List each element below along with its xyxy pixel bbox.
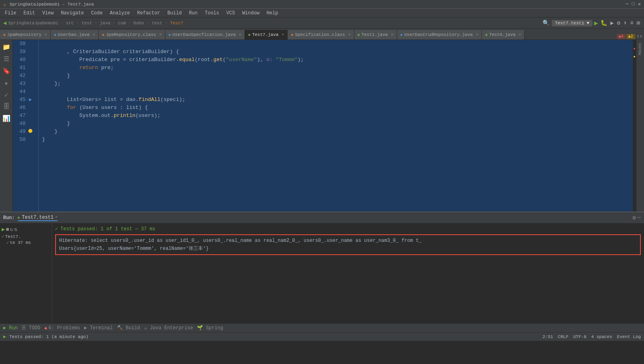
run-config-label: Test7.test1 ▼ [552,20,592,26]
bottom-toolbar: ▶ Run ☰ TODO ▲ 6: Problems ▶ Terminal 🔨 … [0,323,644,332]
tab-close-test6[interactable]: × [519,33,521,37]
menu-navigate[interactable]: Navigate [58,10,87,17]
output-box: Hibernate: select users0_.user_id as use… [55,234,641,255]
error-marker-1 [634,48,635,49]
bc-java: java [100,21,110,26]
tab-close-test7[interactable]: × [282,33,284,37]
expand-icon[interactable]: ⬆ [637,34,640,40]
event-log-btn[interactable]: Event Log [617,334,641,339]
run-label: Run: [3,215,15,221]
left-sidebar: 📁 ☰ 🔖 ★ ✓ 🗄 📊 [0,40,13,212]
menu-tools[interactable]: Tools [202,10,223,17]
menu-file[interactable]: File [2,10,20,17]
project-icon[interactable]: 📁 [1,42,12,53]
java-enterprise-btn[interactable]: ☕ Java Enterprise [143,324,195,331]
menu-code[interactable]: Code [88,10,106,17]
menu-view[interactable]: View [39,10,57,17]
run-minimize-icon[interactable]: ─ [638,214,641,221]
debug-icon[interactable]: 🐛 [600,20,608,26]
run-tab-test7[interactable]: ▶ Test7.test1 × [18,215,58,221]
tab-close-specificationclass[interactable]: × [348,33,351,37]
coverage-icon[interactable]: ▶ [610,20,614,26]
tab-close-test1[interactable]: × [391,33,394,37]
menu-edit[interactable]: Edit [20,10,38,17]
tab-userdao[interactable]: ◆ UserDao.java × [51,30,99,40]
tab-test6[interactable]: ◆ Test6.java × [482,30,525,40]
bookmark-icon[interactable]: 🔖 [1,65,12,77]
line-ending[interactable]: CRLF [558,334,568,339]
tab-jparepositoryclass[interactable]: ◆ JpaRepository.class × [99,30,165,40]
status-bar: ▶ Tests passed: 1 (a minute ago) 2:51 CR… [0,332,644,341]
charset-indicator[interactable]: UTF-8 [573,334,586,339]
more-icon[interactable]: ≡ [629,20,634,26]
tab-close-jparepositoryclass[interactable]: × [159,33,162,37]
test-result-line: ✓ Tests passed: 1 of 1 test — 37 ms [55,225,641,233]
spring-btn[interactable]: 🌱 Spring [195,324,225,331]
project-label: SpringDataJpaDemo01 [8,21,58,26]
todo-icon[interactable]: ✓ [3,89,10,101]
tab-close-userdaospec[interactable]: × [239,33,241,37]
problems-btn[interactable]: ▲ 6: Problems [43,325,81,331]
tree-test-item[interactable]: ✓ te 37 ms [2,239,50,245]
code-text[interactable]: , CriteriaBuilder criteriaBuilder) { Pre… [39,40,636,212]
run-content: ▶ ■ ↻ ⇅ ✓ Test7. ✓ te 37 ms ✓ Tests pass… [0,224,644,323]
run-stop-btn[interactable]: ■ [6,226,9,233]
close-btn[interactable]: ✕ [638,1,641,7]
menu-help[interactable]: Help [263,10,281,17]
todo-btn[interactable]: ☰ TODO [20,324,42,331]
collapse-icon[interactable]: ⬇ [640,34,642,40]
layout-icon[interactable]: ⊞ [636,20,641,26]
settings-icon[interactable]: ⚙ [616,20,621,26]
maven-icon[interactable]: Maven [638,43,642,55]
run-settings-icon[interactable]: ⚙ [632,214,636,221]
menu-window[interactable]: Window [239,10,262,17]
tab-close-userdaocrud[interactable]: × [476,33,478,37]
main-area: 📁 ☰ 🔖 ★ ✓ 🗄 📊 38 39 [0,40,644,212]
code-editor[interactable]: 38 39 40 41 [13,40,636,212]
menu-build[interactable]: Build [164,10,185,17]
test-pass-label: Tests passed: 1 of 1 test — 37 ms [60,226,155,232]
run-button[interactable]: ▶ [594,19,598,27]
tab-close-jparepository[interactable]: × [45,33,47,37]
minimize-btn[interactable]: ─ [626,1,628,7]
run-sort-btn[interactable]: ⇅ [14,226,17,233]
run-rerun-btn[interactable]: ↻ [10,226,13,233]
build-btn[interactable]: 🔨 Build [115,324,142,331]
vcs-icon[interactable]: ⬆ [623,20,628,26]
tab-userdaospec[interactable]: ◆ UserDaoSpecfication.java × [165,30,245,40]
app-title: SpringDataJpaDemo01 - Test7.java [10,2,94,7]
position-indicator[interactable]: 2:51 [543,334,553,339]
tab-test1[interactable]: ◆ Test1.java × [354,30,397,40]
tab-userdaocrud[interactable]: ◆ UserDaoCrudRepository.java × [397,30,482,40]
run-icon-status[interactable]: ▶ [3,334,6,340]
menu-run[interactable]: Run [186,10,201,17]
tab-jparepository[interactable]: ◆ JpaRepository × [0,30,51,40]
persistence-icon[interactable]: 📊 [1,113,12,124]
scroll-stripe [633,40,636,212]
run-output[interactable]: ✓ Tests passed: 1 of 1 test — 37 ms Hibe… [52,224,644,323]
run-toolbar-btn[interactable]: ▶ Run [2,324,19,331]
run-play-btn[interactable]: ▶ [2,226,5,233]
maximize-btn[interactable]: □ [632,1,635,7]
tree-root[interactable]: ✓ Test7. [2,233,50,239]
bc-com: com [118,21,126,26]
warn-marker-1 [634,56,635,57]
menu-vcs[interactable]: VCS [223,10,239,17]
favorite-icon[interactable]: ★ [3,77,10,89]
run-tab-close[interactable]: × [55,215,58,220]
indent-indicator[interactable]: 4 spaces [591,334,612,339]
database-icon[interactable]: 🗄 [2,101,11,112]
search-icon[interactable]: 🔍 [542,20,550,26]
terminal-btn[interactable]: ▶ Terminal [82,324,114,331]
tab-close-userdao[interactable]: × [93,33,95,37]
right-panel: Maven [636,40,644,212]
tab-test7[interactable]: ◆ Test7.java × [245,30,288,40]
tab-specificationclass[interactable]: ◆ Specification.class × [288,30,354,40]
nav-back-icon[interactable]: ◀ [3,20,6,26]
structure-icon[interactable]: ☰ [2,53,11,65]
test-status-text: Tests passed: 1 (a minute ago) [9,334,88,339]
bc-src: src [66,21,74,26]
menu-refactor[interactable]: Refactor [134,10,163,17]
menu-analyze[interactable]: Analyze [107,10,133,17]
bc-sep1: › [61,20,64,26]
